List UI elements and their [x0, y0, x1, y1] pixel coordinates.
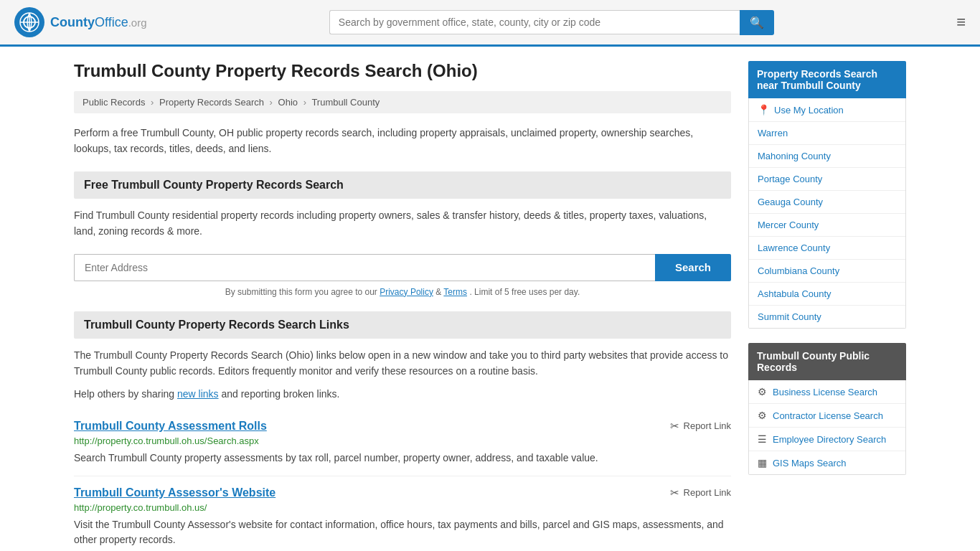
breadcrumb-property-records-search[interactable]: Property Records Search — [159, 97, 264, 108]
mahoning-link[interactable]: Mahoning County — [758, 151, 831, 161]
disclaimer-text: By submitting this form you agree to our — [225, 287, 377, 297]
new-links-link[interactable]: new links — [177, 388, 219, 400]
sidebar-item-summit[interactable]: Summit County — [749, 306, 905, 328]
record-description-1: Search Trumbull County property assessme… — [74, 451, 731, 466]
report-link-2[interactable]: ✂ Report Link — [670, 486, 731, 499]
links-section: Trumbull County Property Records Search … — [74, 311, 731, 551]
sidebar-item-geauga[interactable]: Geauga County — [749, 191, 905, 214]
free-search-heading: Free Trumbull County Property Records Se… — [74, 171, 731, 199]
breadcrumb-sep-3: › — [303, 97, 306, 108]
logo-office: Office — [95, 15, 128, 29]
page-description: Perform a free Trumbull County, OH publi… — [74, 125, 731, 157]
sidebar-item-mahoning[interactable]: Mahoning County — [749, 145, 905, 168]
record-title-1[interactable]: Trumbull County Assessment Rolls — [74, 420, 267, 433]
header: CountyOffice.org 🔍 ≡ — [0, 0, 980, 47]
header-search-button[interactable]: 🔍 — [740, 10, 774, 35]
sidebar-public-links: ⚙ Business License Search ⚙ Contractor L… — [748, 380, 906, 475]
privacy-policy-link[interactable]: Privacy Policy — [380, 287, 433, 297]
pin-icon: 📍 — [758, 104, 770, 116]
record-url-2[interactable]: http://property.co.trumbull.oh.us/ — [74, 502, 731, 513]
report-icon-1: ✂ — [670, 420, 679, 433]
links-description: The Trumbull County Property Records Sea… — [74, 347, 731, 380]
gis-maps-link[interactable]: GIS Maps Search — [773, 458, 847, 468]
summit-link[interactable]: Summit County — [758, 311, 821, 322]
record-item: Trumbull County Assessment Rolls ✂ Repor… — [74, 410, 731, 476]
breadcrumb-sep-1: › — [151, 97, 154, 108]
columbiana-link[interactable]: Columbiana County — [758, 265, 839, 276]
logo-icon — [14, 7, 44, 37]
mercer-link[interactable]: Mercer County — [758, 220, 819, 230]
report-icon-2: ✂ — [670, 486, 679, 499]
links-section-heading: Trumbull County Property Records Search … — [74, 311, 731, 339]
sidebar: Property Records Search near Trumbull Co… — [748, 61, 906, 551]
gis-maps-icon: ▦ — [758, 457, 767, 468]
contractor-license-link[interactable]: Contractor License Search — [773, 410, 883, 421]
address-input[interactable] — [74, 254, 655, 281]
sidebar-item-portage[interactable]: Portage County — [749, 168, 905, 191]
record-item-header-2: Trumbull County Assessor's Website ✂ Rep… — [74, 486, 731, 499]
breadcrumb-ohio[interactable]: Ohio — [278, 97, 298, 108]
sidebar-item-lawrence[interactable]: Lawrence County — [749, 237, 905, 260]
help-text: Help others by sharing — [74, 388, 174, 400]
sidebar-item-ashtabula[interactable]: Ashtabula County — [749, 283, 905, 306]
report-link-label-2: Report Link — [684, 487, 731, 498]
sidebar-item-columbiana[interactable]: Columbiana County — [749, 260, 905, 283]
warren-link[interactable]: Warren — [758, 128, 788, 138]
use-location-wrapper: 📍 Use My Location — [758, 104, 897, 116]
business-license-link[interactable]: Business License Search — [773, 387, 877, 397]
employee-directory-icon: ☰ — [758, 433, 767, 445]
employee-directory-link[interactable]: Employee Directory Search — [773, 434, 886, 445]
page-title: Trumbull County Property Records Search … — [74, 61, 731, 81]
sidebar-item-warren[interactable]: Warren — [749, 122, 905, 145]
terms-link[interactable]: Terms — [443, 287, 467, 297]
free-search-description: Find Trumbull County residential propert… — [74, 207, 731, 240]
search-button[interactable]: Search — [655, 254, 731, 281]
sidebar-public-employee-directory[interactable]: ☰ Employee Directory Search — [749, 428, 905, 451]
logo-org-suffix: .org — [128, 17, 147, 29]
menu-icon[interactable]: ≡ — [956, 13, 966, 32]
main-container: Trumbull County Property Records Search … — [60, 47, 920, 551]
share-links-text: Help others by sharing new links and rep… — [74, 386, 731, 402]
header-search-input[interactable] — [329, 10, 740, 34]
sidebar-use-location[interactable]: 📍 Use My Location — [749, 98, 905, 122]
breadcrumb-public-records[interactable]: Public Records — [83, 97, 145, 108]
logo-text: CountyOffice.org — [50, 15, 147, 30]
ampersand: & — [435, 287, 443, 297]
geauga-link[interactable]: Geauga County — [758, 197, 823, 207]
breadcrumb-trumbull-county[interactable]: Trumbull County — [311, 97, 380, 108]
business-license-icon: ⚙ — [758, 386, 767, 397]
main-content: Trumbull County Property Records Search … — [74, 61, 731, 551]
sidebar-item-mercer[interactable]: Mercer County — [749, 214, 905, 237]
record-item-header-1: Trumbull County Assessment Rolls ✂ Repor… — [74, 420, 731, 433]
sidebar-public-heading: Trumbull County Public Records — [748, 343, 906, 380]
ashtabula-link[interactable]: Ashtabula County — [758, 288, 831, 299]
breadcrumb: Public Records › Property Records Search… — [74, 91, 731, 113]
logo-area: CountyOffice.org — [14, 7, 147, 37]
portage-link[interactable]: Portage County — [758, 174, 822, 184]
sidebar-nearby-heading: Property Records Search near Trumbull Co… — [748, 61, 906, 98]
sidebar-public-contractor-license[interactable]: ⚙ Contractor License Search — [749, 404, 905, 428]
disclaimer-end: . Limit of 5 free uses per day. — [469, 287, 580, 297]
address-search-form: Search — [74, 254, 731, 281]
record-item-2: Trumbull County Assessor's Website ✂ Rep… — [74, 476, 731, 551]
contractor-license-icon: ⚙ — [758, 410, 767, 421]
record-url-1[interactable]: http://property.co.trumbull.oh.us/Search… — [74, 435, 731, 446]
form-disclaimer: By submitting this form you agree to our… — [74, 287, 731, 297]
sidebar-nearby-links: 📍 Use My Location Warren Mahoning County… — [748, 98, 906, 329]
sidebar-public-gis-maps[interactable]: ▦ GIS Maps Search — [749, 451, 905, 474]
report-link-label-1: Report Link — [684, 420, 731, 431]
help-text-end: and reporting broken links. — [221, 388, 339, 400]
header-search-wrapper: 🔍 — [329, 10, 774, 35]
record-description-2: Visit the Trumbull County Assessor's web… — [74, 517, 731, 547]
sidebar-public-section: Trumbull County Public Records ⚙ Busines… — [748, 343, 906, 475]
sidebar-nearby-section: Property Records Search near Trumbull Co… — [748, 61, 906, 329]
use-location-link[interactable]: Use My Location — [774, 105, 844, 116]
report-link-1[interactable]: ✂ Report Link — [670, 420, 731, 433]
sidebar-public-business-license[interactable]: ⚙ Business License Search — [749, 380, 905, 404]
breadcrumb-sep-2: › — [270, 97, 273, 108]
record-title-2[interactable]: Trumbull County Assessor's Website — [74, 486, 275, 499]
lawrence-link[interactable]: Lawrence County — [758, 242, 830, 253]
logo-county: County — [50, 15, 95, 29]
